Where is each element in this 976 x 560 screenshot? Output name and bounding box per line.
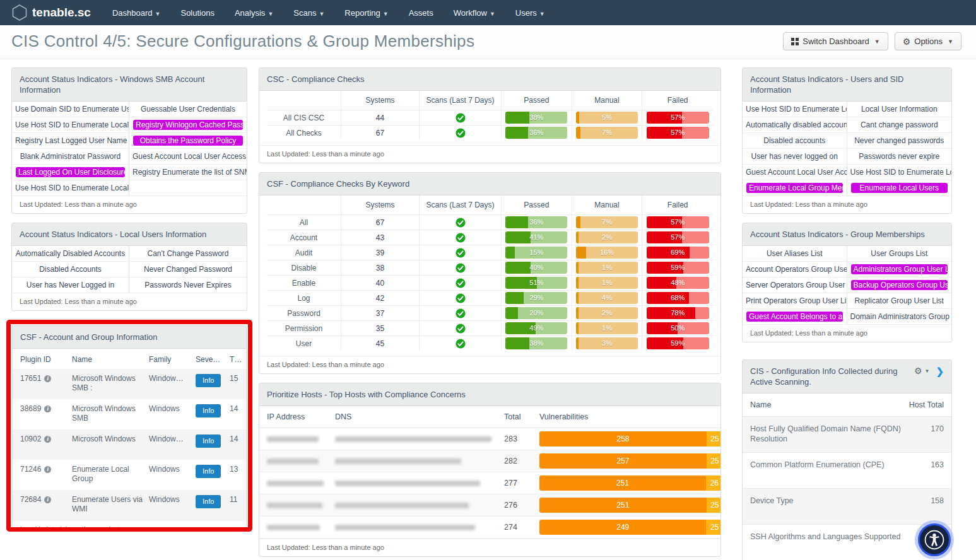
indicator-cell[interactable]: Use Host SID to Enumerate Local U (743, 102, 847, 117)
vulnerabilities-bar[interactable]: 25126 (539, 475, 721, 491)
plugin-table-row[interactable]: 10902iMicrosoft WindowsWindow…Info14 (13, 429, 246, 460)
info-circle-icon[interactable]: i (44, 436, 51, 443)
manual-bar[interactable]: 2% (576, 307, 638, 319)
row-label[interactable]: Log (267, 291, 341, 305)
passed-bar[interactable]: 49% (505, 322, 567, 334)
systems-count[interactable]: 40 (341, 276, 420, 290)
indicator-cell[interactable]: Never changed passwords (847, 133, 952, 148)
low-severity-segment[interactable]: 25 (707, 431, 721, 446)
failed-bar[interactable]: 57% (647, 216, 709, 228)
row-label[interactable]: All (267, 215, 341, 230)
manual-bar[interactable]: 2% (576, 231, 638, 243)
indicator-cell[interactable]: Registry Enumerate the list of SNMP (129, 165, 247, 180)
indicator-cell[interactable]: Use Domain SID to Enumerate User (12, 102, 129, 117)
indicator-highlighted-cell[interactable]: Administrators Group User List (851, 264, 948, 274)
indicator-highlighted-cell[interactable]: Enumerate Local Group Membership (746, 183, 843, 193)
failed-bar[interactable]: 59% (647, 337, 709, 349)
plugin-id[interactable]: 38689 (20, 404, 41, 413)
passed-bar[interactable]: 36% (505, 216, 567, 228)
switch-dashboard-button[interactable]: Switch Dashboard ▼ (783, 32, 888, 50)
row-label[interactable]: Disable (267, 260, 341, 275)
indicator-cell[interactable]: User Aliases List (743, 246, 847, 261)
indicator-cell[interactable]: Domain Administrators Group User List (847, 309, 952, 324)
options-button[interactable]: ⚙ Options ▼ (895, 32, 961, 50)
failed-bar[interactable]: 69% (647, 247, 709, 259)
manual-bar[interactable]: 5% (576, 112, 638, 124)
plugin-table-row[interactable]: 72684iEnumerate Users via WMIWindowsInfo… (13, 490, 246, 520)
severity-badge[interactable]: Info (196, 374, 221, 387)
info-circle-icon[interactable]: i (44, 375, 51, 382)
indicator-cell[interactable]: Print Operators Group User List (743, 293, 847, 308)
plugin-id[interactable]: 71246 (20, 465, 41, 474)
row-label[interactable]: All CIS CSC (267, 110, 341, 125)
indicator-cell[interactable]: User has never logged on (743, 149, 847, 164)
indicator-cell[interactable]: User has Never Logged in (12, 277, 129, 293)
passed-bar[interactable]: 38% (505, 112, 567, 124)
info-circle-icon[interactable]: i (44, 496, 51, 503)
host-row[interactable]: 27625125 (259, 494, 720, 516)
nav-item-analysis[interactable]: Analysis▼ (235, 8, 273, 18)
medium-severity-segment[interactable]: 258 (539, 431, 707, 446)
indicator-highlighted-cell[interactable]: Enumerate Local Users (851, 183, 948, 193)
host-row[interactable]: 28225725 (259, 450, 720, 472)
brand-logo[interactable]: tenable.sc (11, 4, 91, 21)
medium-severity-segment[interactable]: 257 (539, 453, 707, 469)
severity-badge[interactable]: Info (196, 495, 221, 508)
medium-severity-segment[interactable]: 251 (539, 498, 707, 513)
systems-count[interactable]: 44 (341, 110, 420, 125)
plugin-table-row[interactable]: 38689iMicrosoft Windows SMBWindowsInfo14 (13, 399, 246, 429)
vulnerabilities-bar[interactable]: 25725 (539, 453, 721, 469)
indicator-cell[interactable]: Automatically Disabled Accounts (12, 246, 129, 261)
passed-bar[interactable]: 36% (505, 127, 567, 139)
indicator-cell[interactable]: Can't Change Password (129, 246, 247, 261)
severity-badge[interactable]: Info (196, 465, 221, 478)
nav-item-scans[interactable]: Scans▼ (293, 8, 324, 18)
info-circle-icon[interactable]: i (44, 405, 51, 412)
nav-item-dashboard[interactable]: Dashboard▼ (112, 8, 161, 18)
passed-bar[interactable]: 40% (505, 262, 567, 274)
failed-bar[interactable]: 57% (647, 127, 709, 139)
failed-bar[interactable]: 59% (647, 262, 709, 274)
row-label[interactable]: Audit (267, 245, 341, 260)
systems-count[interactable]: 38 (341, 260, 420, 275)
indicator-cell[interactable]: Guessable User Credentials (129, 102, 247, 117)
indicator-cell[interactable]: Local User Information (847, 102, 952, 117)
indicator-cell[interactable]: Account Operators Group User List (743, 262, 847, 277)
indicator-cell[interactable]: Server Operators Group User List (743, 277, 847, 293)
passed-bar[interactable]: 41% (505, 231, 567, 243)
plugin-table-row[interactable]: 17651iMicrosoft Windows SMB :Window…Info… (13, 369, 246, 399)
indicator-cell[interactable]: Registry Last Logged User Name Di (12, 133, 129, 148)
manual-bar[interactable]: 7% (576, 127, 638, 139)
indicator-highlighted-cell[interactable]: Guest Account Belongs to a Group (746, 312, 843, 322)
gear-icon[interactable]: ⚙ (914, 366, 922, 376)
passed-bar[interactable]: 29% (505, 292, 567, 304)
indicator-cell[interactable]: Passwords never expire (847, 149, 952, 164)
systems-count[interactable]: 37 (341, 306, 420, 320)
indicator-cell[interactable]: Guest Account Local User Access (129, 149, 247, 164)
low-severity-segment[interactable]: 25 (707, 498, 721, 513)
nav-item-users[interactable]: Users▼ (515, 8, 545, 18)
nav-item-solutions[interactable]: Solutions (180, 8, 214, 18)
plugin-table-row[interactable]: 71246iEnumerate Local GroupWindowsInfo13 (13, 460, 246, 490)
failed-bar[interactable]: 48% (647, 277, 709, 289)
indicator-highlighted-cell[interactable]: Obtains the Password Policy (133, 136, 243, 146)
indicator-highlighted-cell[interactable]: Registry Winlogon Cached Passwor (133, 120, 243, 130)
row-label[interactable]: Password (267, 306, 341, 320)
vulnerabilities-bar[interactable]: 24925 (539, 520, 721, 535)
manual-bar[interactable]: 16% (576, 247, 638, 259)
nav-item-workflow[interactable]: Workflow▼ (454, 8, 495, 18)
nav-item-assets[interactable]: Assets (409, 8, 433, 18)
host-row[interactable]: 27725126 (259, 472, 720, 494)
row-label[interactable]: All Checks (267, 125, 341, 140)
low-severity-segment[interactable]: 26 (706, 475, 721, 491)
indicator-cell[interactable]: Replicator Group User List (847, 293, 952, 308)
config-info-row[interactable]: Common Platform Enumeration (CPE)163 (743, 453, 951, 489)
config-info-row[interactable]: Host Fully Qualified Domain Name (FQDN) … (743, 417, 951, 453)
severity-badge[interactable]: Info (196, 435, 221, 448)
indicator-cell[interactable]: Automatically disabled accounts (743, 117, 847, 132)
indicator-cell[interactable]: Blank Administrator Password (12, 149, 129, 164)
info-circle-icon[interactable]: i (44, 466, 51, 473)
failed-bar[interactable]: 57% (647, 231, 709, 243)
systems-count[interactable]: 42 (341, 291, 420, 305)
systems-count[interactable]: 43 (341, 230, 420, 245)
